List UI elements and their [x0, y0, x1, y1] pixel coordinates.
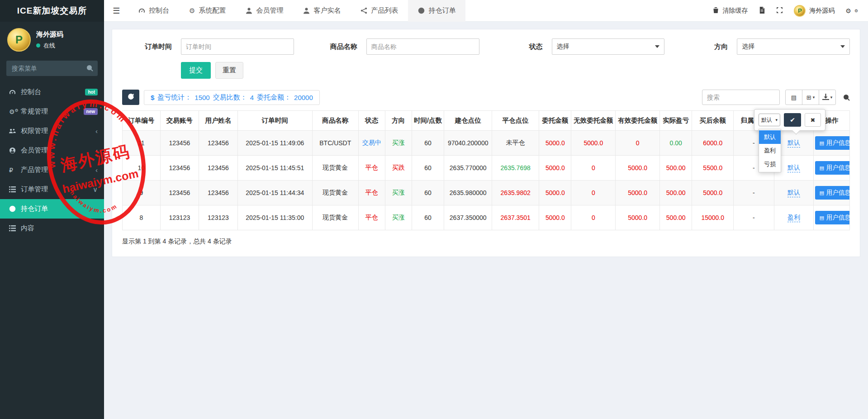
detail-view-button[interactable]: ▤: [785, 90, 802, 105]
list-icon: ▤: [819, 141, 824, 146]
menu-search: [6, 61, 98, 76]
cell: 2637.350000: [444, 205, 492, 230]
user-info-button[interactable]: ▤用户信息: [815, 186, 849, 200]
clear-cache-button[interactable]: 清除缓存: [712, 7, 748, 15]
cell: ▤用户信息: [814, 131, 850, 156]
cell: 2025-01-15 11:45:51: [237, 156, 312, 181]
cell: 10: [123, 156, 161, 181]
list-icon: ▤: [819, 190, 824, 195]
column-header: 商品名称: [312, 111, 358, 131]
cell: 5000.0: [539, 181, 571, 205]
tab-kyc[interactable]: 客户实名: [293, 0, 351, 22]
table-search-input[interactable]: [702, 90, 780, 105]
chevron-left-icon: ‹: [95, 166, 98, 174]
pl-type-select[interactable]: 默认▾: [759, 114, 780, 126]
cell: 买涨: [385, 181, 412, 205]
direction-select[interactable]: 选择: [737, 38, 850, 55]
filter-form: 订单时间 商品名称 状态 选择 方向 选择: [122, 38, 850, 55]
pl-type-link[interactable]: 默认: [787, 139, 800, 148]
column-header: 状态: [358, 111, 385, 131]
column-header: 订单编号: [123, 111, 161, 131]
export-button[interactable]: ▾: [819, 90, 836, 105]
user-name: 海外源码: [36, 30, 63, 39]
refresh-icon: [128, 93, 134, 101]
sidebar: ICE新加坡交易所 P 海外源码 在线 控制台 hot ⚙⚙ 常规管理: [0, 0, 104, 419]
confirm-button[interactable]: ✔: [784, 113, 801, 127]
order-time-input[interactable]: [181, 38, 294, 55]
clear-cache-label: 清除缓存: [722, 7, 748, 15]
tab-label: 产品列表: [371, 6, 398, 15]
user-circle-icon: [9, 147, 21, 154]
settings-gears-icon[interactable]: ⚙⚙: [845, 7, 858, 14]
reset-button[interactable]: 重置: [215, 62, 243, 79]
cell: 123456: [199, 181, 238, 205]
tab-system-config[interactable]: ⚙系统配置: [179, 0, 236, 22]
sidebar-item-products[interactable]: ₽ 产品管理 ‹: [0, 160, 104, 180]
user-info-button[interactable]: ▤用户信息: [815, 136, 849, 150]
sidebar-item-permissions[interactable]: 权限管理 ‹: [0, 121, 104, 141]
top-tabs: 控制台 ⚙系统配置 会员管理 客户实名 产品列表 持仓订单: [128, 0, 465, 22]
menu-search-input[interactable]: [6, 61, 98, 76]
dropdown-option[interactable]: 盈利: [759, 144, 781, 157]
user-menu[interactable]: P海外源码: [794, 5, 835, 17]
cell: 5000.0: [616, 181, 660, 205]
new-badge: new: [84, 108, 98, 115]
tab-dashboard[interactable]: 控制台: [128, 0, 179, 22]
product-name-input[interactable]: [366, 38, 479, 55]
log-icon-button[interactable]: [759, 7, 765, 15]
cell: 500.00: [660, 181, 692, 205]
pl-type-link[interactable]: 默认: [787, 189, 800, 197]
tab-product-list[interactable]: 产品列表: [351, 0, 408, 22]
sidebar-item-label: 会员管理: [21, 146, 48, 155]
user-icon: [303, 7, 310, 14]
status-select[interactable]: 选择: [552, 38, 665, 55]
user-panel: P 海外源码 在线: [0, 22, 104, 56]
app-title-text: ICE新加坡交易所: [17, 6, 87, 15]
sidebar-item-dashboard[interactable]: 控制台 hot: [0, 82, 104, 102]
cell: 交易中: [358, 131, 385, 156]
direction-group: 方向 选择: [678, 38, 850, 55]
cell: 123123: [199, 205, 238, 230]
sidebar-item-orders[interactable]: 订单管理 ∨: [0, 180, 104, 199]
cell: 2635.9802: [492, 181, 539, 205]
user-info-button[interactable]: ▤用户信息: [815, 161, 849, 175]
cell: 2635.7698: [492, 156, 539, 181]
dropdown-option[interactable]: 亏损: [759, 157, 781, 171]
search-icon-button[interactable]: [843, 94, 850, 101]
column-header: 时间/点数: [412, 111, 444, 131]
sidebar-item-positions[interactable]: 持仓订单: [0, 199, 104, 219]
tab-members[interactable]: 会员管理: [236, 0, 293, 22]
sidebar-item-content[interactable]: 内容: [0, 219, 104, 238]
submit-button[interactable]: 提交: [181, 62, 211, 79]
pl-type-link[interactable]: 盈利: [787, 214, 800, 222]
topbar-username: 海外源码: [809, 7, 835, 15]
tab-positions[interactable]: 持仓订单: [408, 0, 465, 22]
direction-label: 方向: [678, 43, 728, 51]
sidebar-toggle-icon[interactable]: ☰: [104, 6, 128, 16]
sidebar-item-general[interactable]: ⚙⚙ 常规管理 new: [0, 102, 104, 121]
cell: -: [734, 205, 774, 230]
cell: 123456: [160, 156, 199, 181]
cell: 买涨: [385, 205, 412, 230]
main-area: ☰ 控制台 ⚙系统配置 会员管理 客户实名 产品列表 持仓订单 清除缓存 P海外…: [104, 0, 868, 419]
refresh-button[interactable]: [122, 90, 139, 105]
pl-type-link[interactable]: 默认: [787, 164, 800, 172]
pagination-summary: 显示第 1 到第 4 条记录，总共 4 条记录: [122, 238, 850, 246]
cancel-button[interactable]: ✖: [805, 113, 821, 127]
dropdown-option[interactable]: 默认: [759, 130, 781, 144]
cell: 未平仓: [492, 131, 539, 156]
column-header: 方向: [385, 111, 412, 131]
cell: 默认: [774, 181, 814, 205]
cell: 5000.0: [539, 156, 571, 181]
filter-buttons: 提交 重置: [181, 62, 850, 79]
document-icon: [759, 7, 765, 15]
fullscreen-button[interactable]: [776, 7, 783, 15]
sidebar-item-members[interactable]: 会员管理 ‹: [0, 141, 104, 160]
chevron-left-icon: ‹: [95, 147, 98, 154]
cell: 500.00: [660, 156, 692, 181]
list-icon: ▤: [819, 166, 824, 171]
cell: 现货黄金: [312, 156, 358, 181]
columns-button[interactable]: ⊞▾: [802, 90, 819, 105]
table-row: 101234561234562025-01-15 11:45:51现货黄金平仓买…: [123, 156, 850, 181]
user-info-button[interactable]: ▤用户信息: [815, 211, 849, 224]
